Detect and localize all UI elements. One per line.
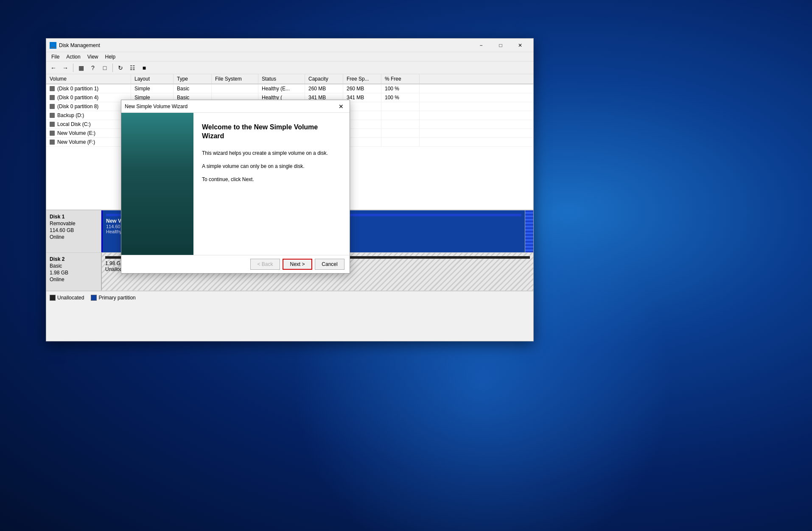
cell-volume: Local Disk (C:) xyxy=(46,120,131,129)
col-free: Free Sp... xyxy=(343,74,381,84)
cell-pct xyxy=(381,120,420,129)
window-controls: − □ ✕ xyxy=(471,39,530,52)
wizard-sidebar xyxy=(121,113,193,255)
wizard-line-1: This wizard helps you create a simple vo… xyxy=(202,149,341,157)
wizard-title: New Simple Volume Wizard xyxy=(125,103,336,109)
legend-unalloc-label: Unallocated xyxy=(57,295,84,301)
table-row[interactable]: (Disk 0 partition 1) Simple Basic Health… xyxy=(46,84,533,93)
cell-pct xyxy=(381,102,420,111)
disk2-size: 1.98 GB xyxy=(50,270,98,276)
col-type: Type xyxy=(174,74,212,84)
wizard-close-button[interactable]: ✕ xyxy=(336,102,346,111)
cell-pct xyxy=(381,129,420,137)
wizard-line-3: To continue, click Next. xyxy=(202,176,341,184)
cell-capacity: 260 MB xyxy=(305,84,343,93)
legend-primary-label: Primary partition xyxy=(98,295,135,301)
cell-volume: (Disk 0 partition 8) xyxy=(46,102,131,111)
forward-button[interactable]: → xyxy=(60,63,71,73)
cell-pct xyxy=(381,111,420,120)
legend-primary-box xyxy=(91,295,97,301)
cell-volume: (Disk 0 partition 1) xyxy=(46,84,131,93)
legend-primary: Primary partition xyxy=(91,295,135,301)
disk2-status: Online xyxy=(50,277,98,282)
wizard-title-bar: New Simple Volume Wizard ✕ xyxy=(121,100,350,113)
col-volume: Volume xyxy=(46,74,131,84)
wizard-heading: Welcome to the New Simple Volume Wizard xyxy=(202,123,341,141)
properties-button[interactable]: □ xyxy=(99,63,110,73)
help-button[interactable]: ? xyxy=(87,63,98,73)
col-pct: % Free xyxy=(381,74,420,84)
disk1-size: 114.60 GB xyxy=(50,227,98,233)
disk1-type: Removable xyxy=(50,221,98,226)
cancel-button[interactable]: Cancel xyxy=(315,259,344,270)
back-button[interactable]: ← xyxy=(48,63,59,73)
svg-rect-0 xyxy=(50,43,56,47)
refresh-button[interactable]: ↻ xyxy=(115,63,126,73)
wizard-line-2: A simple volume can only be on a single … xyxy=(202,162,341,170)
cell-layout: Simple xyxy=(131,84,174,93)
disk2-type: Basic xyxy=(50,263,98,269)
cell-fs xyxy=(212,84,258,93)
wizard-dialog: New Simple Volume Wizard ✕ Welcome to th… xyxy=(121,100,350,274)
disk1-name: Disk 1 xyxy=(50,214,98,220)
disk1-label: Disk 1 Removable 114.60 GB Online xyxy=(46,210,101,252)
disk1-status: Online xyxy=(50,234,98,240)
cell-pct xyxy=(381,138,420,146)
settings-button[interactable]: ☷ xyxy=(127,63,138,73)
wizard-content: Welcome to the New Simple Volume Wizard … xyxy=(193,113,350,255)
toolbar-separator-1 xyxy=(73,64,73,72)
legend-unalloc-box xyxy=(50,295,56,301)
cell-type: Basic xyxy=(174,84,212,93)
cell-volume: (Disk 0 partition 4) xyxy=(46,93,131,102)
cell-volume: Backup (D:) xyxy=(46,111,131,120)
cell-free: 260 MB xyxy=(343,84,381,93)
wizard-body: Welcome to the New Simple Volume Wizard … xyxy=(121,113,350,255)
maximize-button[interactable]: □ xyxy=(491,39,510,52)
disk1-right-bar xyxy=(525,210,533,252)
cell-volume: New Volume (F:) xyxy=(46,138,131,146)
svg-rect-2 xyxy=(51,48,55,48)
title-bar: Disk Management − □ ✕ xyxy=(46,39,533,52)
toolbar-separator-2 xyxy=(112,64,113,72)
table-header-row: Volume Layout Type File System Status Ca… xyxy=(46,74,533,84)
menu-view[interactable]: View xyxy=(84,53,102,61)
col-filesystem: File System xyxy=(212,74,258,84)
col-capacity: Capacity xyxy=(305,74,343,84)
svg-rect-1 xyxy=(51,47,55,48)
next-button[interactable]: Next > xyxy=(283,259,312,270)
disk2-label: Disk 2 Basic 1.98 GB Online xyxy=(46,253,101,291)
toolbar: ← → ▦ ? □ ↻ ☷ ■ xyxy=(46,61,533,74)
minimize-button[interactable]: − xyxy=(471,39,491,52)
menu-bar: File Action View Help xyxy=(46,52,533,61)
legend: Unallocated Primary partition xyxy=(46,291,533,304)
app-icon xyxy=(50,42,56,49)
window-title: Disk Management xyxy=(59,42,471,48)
cell-volume: New Volume (E:) xyxy=(46,129,131,137)
cell-status: Healthy (E... xyxy=(258,84,305,93)
menu-help[interactable]: Help xyxy=(102,53,119,61)
menu-action[interactable]: Action xyxy=(63,53,84,61)
back-button[interactable]: < Back xyxy=(250,259,280,270)
cell-pct: 100 % xyxy=(381,93,420,102)
cell-pct: 100 % xyxy=(381,84,420,93)
disk2-name: Disk 2 xyxy=(50,256,98,262)
menu-file[interactable]: File xyxy=(48,53,63,61)
col-layout: Layout xyxy=(131,74,174,84)
view-button[interactable]: ▦ xyxy=(76,63,87,73)
close-button[interactable]: ✕ xyxy=(510,39,530,52)
legend-unallocated: Unallocated xyxy=(50,295,84,301)
col-status: Status xyxy=(258,74,305,84)
extra-button[interactable]: ■ xyxy=(139,63,150,73)
wizard-footer: < Back Next > Cancel xyxy=(121,255,350,273)
